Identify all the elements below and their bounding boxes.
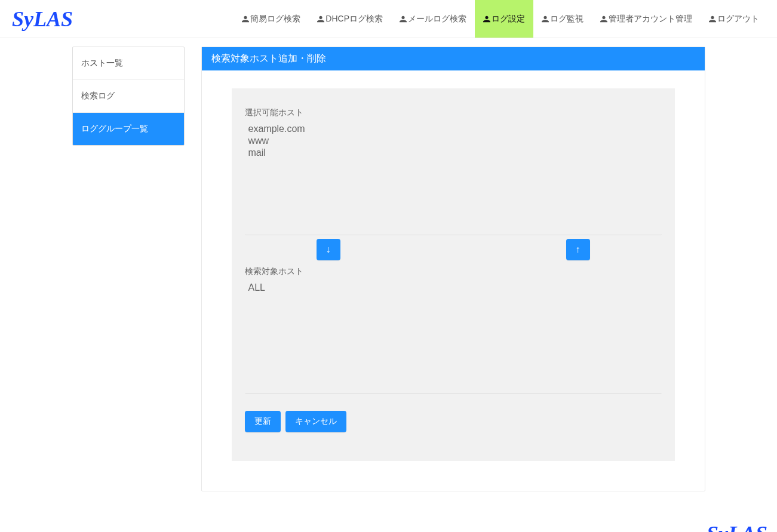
move-down-button[interactable]: ↓ <box>317 239 340 260</box>
sidebar-item-label: ホスト一覧 <box>81 58 123 67</box>
arrow-row: ↓ ↑ <box>245 236 662 263</box>
panel-body: 選択可能ホスト example.comwwwmail ↓ ↑ 検索対象ホスト A… <box>202 70 705 491</box>
user-icon <box>483 16 490 23</box>
user-icon <box>400 16 407 23</box>
available-hosts-listbox[interactable]: example.comwwwmail <box>245 121 662 235</box>
sidebar-item-label: ロググループ一覧 <box>81 124 148 133</box>
available-host-option[interactable]: www <box>247 135 659 147</box>
nav-item-1[interactable]: DHCPログ検索 <box>309 0 391 38</box>
nav-item-6[interactable]: ログアウト <box>701 0 767 38</box>
user-icon <box>542 16 549 23</box>
target-hosts-listbox[interactable]: ALL <box>245 279 662 394</box>
user-icon <box>242 16 249 23</box>
move-up-button[interactable]: ↑ <box>566 239 590 260</box>
footer-brand: SyLAS <box>707 522 767 532</box>
nav-item-label: メールログ検索 <box>408 14 466 24</box>
brand-logo[interactable]: SyLAS <box>10 7 73 32</box>
nav-item-2[interactable]: メールログ検索 <box>391 0 475 38</box>
panel-title: 検索対象ホスト追加・削除 <box>202 47 705 70</box>
user-icon <box>600 16 607 23</box>
sidebar-item-2[interactable]: ロググループ一覧 <box>73 113 184 145</box>
sidebar-item-0[interactable]: ホスト一覧 <box>73 47 184 80</box>
cancel-button[interactable]: キャンセル <box>285 411 346 432</box>
available-host-option[interactable]: mail <box>247 147 659 159</box>
action-row: 更新 キャンセル <box>245 411 662 432</box>
nav-item-3[interactable]: ログ設定 <box>475 0 533 38</box>
target-host-option[interactable]: ALL <box>247 282 659 294</box>
nav-item-label: 簡易ログ検索 <box>250 14 300 24</box>
nav-item-label: ログ設定 <box>492 14 525 24</box>
nav-item-label: ログアウト <box>717 14 759 24</box>
sidebar-item-label: 検索ログ <box>81 91 115 100</box>
available-hosts-label: 選択可能ホスト <box>245 107 662 118</box>
nav-item-label: ログ監視 <box>550 14 583 24</box>
footer: SyLAS <box>0 515 777 532</box>
target-hosts-label: 検索対象ホスト <box>245 266 662 277</box>
user-icon <box>317 16 324 23</box>
navbar: SyLAS 簡易ログ検索DHCPログ検索メールログ検索ログ設定ログ監視管理者アカ… <box>0 0 777 38</box>
sidebar: ホスト一覧検索ログロググループ一覧 <box>72 47 185 146</box>
nav-item-label: DHCPログ検索 <box>325 14 383 24</box>
nav-item-0[interactable]: 簡易ログ検索 <box>234 0 309 38</box>
nav-item-label: 管理者アカウント管理 <box>609 14 692 24</box>
update-button[interactable]: 更新 <box>245 411 281 432</box>
nav-items: 簡易ログ検索DHCPログ検索メールログ検索ログ設定ログ監視管理者アカウント管理ロ… <box>234 0 767 38</box>
nav-item-4[interactable]: ログ監視 <box>533 0 592 38</box>
user-icon <box>709 16 716 23</box>
sidebar-item-1[interactable]: 検索ログ <box>73 80 184 113</box>
page-container: ホスト一覧検索ログロググループ一覧 検索対象ホスト追加・削除 選択可能ホスト e… <box>66 38 711 515</box>
main-panel: 検索対象ホスト追加・削除 選択可能ホスト example.comwwwmail … <box>201 47 705 491</box>
available-host-option[interactable]: example.com <box>247 123 659 135</box>
inner-panel: 選択可能ホスト example.comwwwmail ↓ ↑ 検索対象ホスト A… <box>232 88 675 461</box>
nav-item-5[interactable]: 管理者アカウント管理 <box>592 0 701 38</box>
